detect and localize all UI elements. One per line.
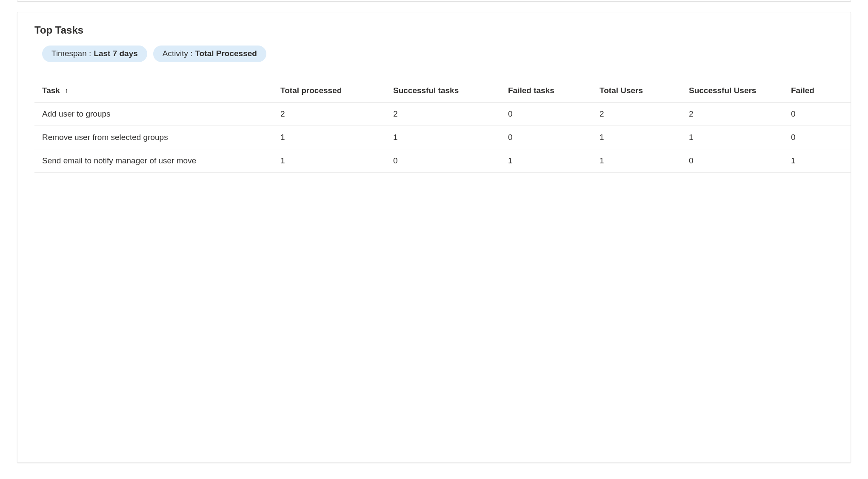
timespan-filter-value: Last 7 days bbox=[94, 49, 138, 58]
cell-successful-users: 1 bbox=[681, 126, 783, 149]
cell-total-users: 1 bbox=[592, 126, 681, 149]
table-row[interactable]: Add user to groups 2 2 0 2 2 0 bbox=[34, 103, 851, 126]
column-header-failed-tasks[interactable]: Failed tasks bbox=[500, 79, 592, 103]
activity-filter-pill[interactable]: Activity : Total Processed bbox=[153, 46, 266, 62]
cell-failed-tasks: 1 bbox=[500, 149, 592, 173]
table-row[interactable]: Remove user from selected groups 1 1 0 1… bbox=[34, 126, 851, 149]
top-tasks-table-wrap: Task ↑ Total processed Successful tasks … bbox=[17, 79, 851, 173]
cell-task: Send email to notify manager of user mov… bbox=[34, 149, 273, 173]
column-header-task[interactable]: Task ↑ bbox=[34, 79, 273, 103]
column-header-total-processed[interactable]: Total processed bbox=[273, 79, 385, 103]
cell-task: Remove user from selected groups bbox=[34, 126, 273, 149]
cell-task: Add user to groups bbox=[34, 103, 273, 126]
timespan-filter-label: Timespan : bbox=[51, 49, 91, 58]
cell-failed-tasks: 0 bbox=[500, 126, 592, 149]
previous-card-edge bbox=[17, 0, 851, 2]
cell-failed-users: 1 bbox=[783, 149, 851, 173]
column-header-total-users[interactable]: Total Users bbox=[592, 79, 681, 103]
filters-row: Timespan : Last 7 days Activity : Total … bbox=[17, 46, 851, 79]
cell-total-processed: 1 bbox=[273, 149, 385, 173]
cell-successful-tasks: 0 bbox=[385, 149, 500, 173]
column-header-successful-users[interactable]: Successful Users bbox=[681, 79, 783, 103]
cell-successful-users: 0 bbox=[681, 149, 783, 173]
cell-failed-users: 0 bbox=[783, 103, 851, 126]
cell-successful-tasks: 2 bbox=[385, 103, 500, 126]
column-header-task-label: Task bbox=[42, 86, 60, 95]
column-header-failed-users[interactable]: Failed bbox=[783, 79, 851, 103]
cell-total-users: 1 bbox=[592, 149, 681, 173]
card-title: Top Tasks bbox=[17, 24, 851, 46]
table-row[interactable]: Send email to notify manager of user mov… bbox=[34, 149, 851, 173]
cell-successful-users: 2 bbox=[681, 103, 783, 126]
column-header-successful-tasks[interactable]: Successful tasks bbox=[385, 79, 500, 103]
cell-total-processed: 2 bbox=[273, 103, 385, 126]
table-header-row: Task ↑ Total processed Successful tasks … bbox=[34, 79, 851, 103]
activity-filter-label: Activity : bbox=[163, 49, 193, 58]
cell-total-users: 2 bbox=[592, 103, 681, 126]
cell-successful-tasks: 1 bbox=[385, 126, 500, 149]
top-tasks-card: Top Tasks Timespan : Last 7 days Activit… bbox=[17, 12, 851, 463]
cell-failed-users: 0 bbox=[783, 126, 851, 149]
sort-ascending-icon: ↑ bbox=[65, 87, 68, 94]
activity-filter-value: Total Processed bbox=[195, 49, 257, 58]
top-tasks-table: Task ↑ Total processed Successful tasks … bbox=[34, 79, 851, 173]
timespan-filter-pill[interactable]: Timespan : Last 7 days bbox=[42, 46, 147, 62]
cell-total-processed: 1 bbox=[273, 126, 385, 149]
cell-failed-tasks: 0 bbox=[500, 103, 592, 126]
